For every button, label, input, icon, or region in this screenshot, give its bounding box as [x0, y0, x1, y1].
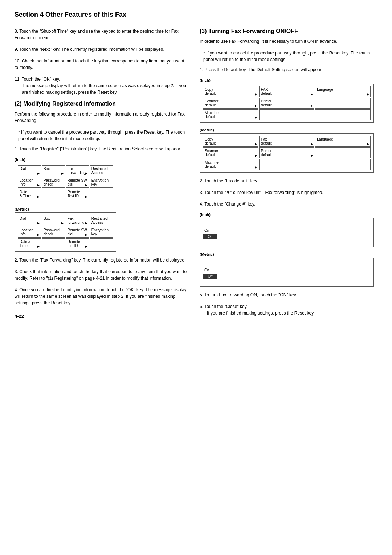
onoff-diagram-metric-label: (Metric)	[200, 252, 374, 256]
default-diagram-metric-label: (Metric)	[200, 128, 374, 132]
cell-restricted-inch[interactable]: RestrictedAccess	[90, 165, 113, 176]
section3-note: * If you want to cancel the procedure pa…	[203, 50, 374, 63]
cell-machine-metric[interactable]: Machinedefault▶	[203, 159, 258, 170]
cell-copy-inch[interactable]: Copydefault▶	[203, 86, 258, 97]
diagram-inch-grid: Dial▶ Box▶ FaxForwarding▶ RestrictedAcce…	[18, 165, 113, 199]
cell-password-metric[interactable]: Passwordcheck	[42, 227, 65, 238]
onoff-diagram-inch: (Inch) On Off	[200, 212, 374, 247]
diagram-metric-label: (Metric)	[15, 207, 189, 211]
cell-password-inch[interactable]: Passwordcheck	[42, 177, 65, 188]
cell-remote-inch[interactable]: RemoteTest ID▶	[66, 189, 89, 199]
cell-location-metric[interactable]: LocationInfo.▶	[18, 227, 41, 238]
right-step-4: 4. Touch the "Change #" key.	[200, 201, 374, 207]
left-column: 8. Touch the "Shut-off Time" key and use…	[15, 28, 189, 321]
on-button-inch[interactable]: On	[203, 228, 371, 233]
cell-location-inch[interactable]: LocationInfo.▶	[18, 177, 41, 188]
left-step-1: 1. Touch the "Register" ["Registration"]…	[15, 146, 189, 152]
cell-printer-metric[interactable]: Printerdefault▶	[259, 147, 315, 158]
diagram-inch-label: (Inch)	[15, 157, 189, 162]
cell-empty1-inch	[42, 189, 65, 199]
cell-datetime-metric[interactable]: Date &Time▶	[18, 238, 41, 249]
default-diagram-inch-grid: Copydefault▶ FAXdefault▶ Language▶ Scann…	[203, 86, 371, 120]
default-diagram-metric-box: Copydefault▶ Faxdefault▶ Language▶ Scann…	[200, 133, 374, 173]
cell-empty9	[259, 159, 315, 170]
page-number: 4-22	[15, 313, 189, 319]
page-header: Section 4 Other Features of this Fax	[15, 11, 377, 21]
default-diagram-inch-box: Copydefault▶ FAXdefault▶ Language▶ Scann…	[200, 84, 374, 123]
cell-remotetestid-metric[interactable]: Remotetest ID▶	[66, 238, 89, 249]
off-button-inch[interactable]: Off	[203, 234, 217, 239]
section3-intro: In order to use Fax Forwarding, it is ne…	[200, 38, 374, 45]
cell-empty4-metric	[90, 238, 113, 249]
cell-restricted-metric[interactable]: RestrictedAccess	[90, 215, 113, 226]
cell-scanner-metric[interactable]: Scannerdefault▶	[203, 147, 258, 158]
cell-lang-metric[interactable]: Language▶	[315, 136, 371, 147]
diagram-metric: (Metric) Dial▶ Box▶ Faxforwarding▶ Restr…	[15, 207, 189, 252]
right-column: (3) Turning Fax Forwarding ON/OFF In ord…	[200, 28, 374, 321]
right-step-3: 3. Touch the "▼" cursor key until "Fax f…	[200, 189, 374, 196]
cell-remotesw-inch[interactable]: Remote SWdial▶	[66, 177, 89, 188]
cell-encryption-inch[interactable]: Encryptionkey	[90, 177, 113, 188]
cell-machine-inch[interactable]: Machinedefault▶	[203, 109, 258, 120]
onoff-diagram-inch-box: On Off	[200, 218, 374, 247]
step-9: 9. Touch the "Next" key. The currently r…	[15, 46, 189, 53]
cell-empty10	[315, 159, 371, 170]
on-button-metric[interactable]: On	[203, 267, 371, 273]
cell-faxd-inch[interactable]: FAXdefault▶	[259, 86, 315, 97]
default-diagram-inch: (Inch) Copydefault▶ FAXdefault▶ Language…	[200, 78, 374, 123]
diagram-inch-box: Dial▶ Box▶ FaxForwarding▶ RestrictedAcce…	[15, 163, 116, 202]
cell-printer-inch[interactable]: Printerdefault▶	[259, 98, 315, 109]
section3-title: (3) Turning Fax Forwarding ON/OFF	[200, 28, 374, 35]
section2-note: * If you want to cancel the procedure pa…	[18, 129, 189, 142]
cell-empty8	[315, 147, 371, 158]
left-step-3: 3. Check that information and touch the …	[15, 268, 189, 281]
cell-date-inch[interactable]: Date& Time▶	[18, 189, 41, 199]
right-step-6: 6. Touch the "Close" key. If you are fin…	[200, 303, 374, 316]
left-step-4: 4. Once you are finished modifying infor…	[15, 287, 189, 306]
off-button-metric[interactable]: Off	[203, 274, 217, 279]
cell-lang-inch[interactable]: Language▶	[315, 86, 371, 97]
page-title: Section 4 Other Features of this Fax	[15, 11, 377, 19]
cell-box-inch[interactable]: Box▶	[42, 165, 65, 176]
step-8: 8. Touch the "Shut-off Time" key and use…	[15, 28, 189, 41]
default-diagram-inch-label: (Inch)	[200, 78, 374, 82]
cell-empty6	[259, 109, 315, 120]
onoff-diagram-inch-label: (Inch)	[200, 212, 374, 217]
onoff-diagram-metric-box: On Off	[200, 258, 374, 287]
diagram-inch: (Inch) Dial▶ Box▶ FaxForwarding▶ Restric…	[15, 157, 189, 202]
diagram-metric-grid: Dial▶ Box▶ Faxforwarding▶ RestrictedAcce…	[18, 215, 113, 249]
onoff-diagram-metric: (Metric) On Off	[200, 252, 374, 287]
cell-faxd-metric[interactable]: Faxdefault▶	[259, 136, 315, 147]
cell-box-metric[interactable]: Box▶	[42, 215, 65, 226]
right-step-2: 2. Touch the "Fax default" key.	[200, 178, 374, 184]
section2-title: (2) Modifying Registered Information	[15, 101, 189, 107]
default-diagram-metric: (Metric) Copydefault▶ Faxdefault▶ Langua…	[200, 128, 374, 173]
cell-encryption-metric[interactable]: Encryptionkey	[90, 227, 113, 238]
cell-dial-metric[interactable]: Dial▶	[18, 215, 41, 226]
cell-empty7	[315, 109, 371, 120]
cell-remotesw-metric[interactable]: Remote SWdial▶	[66, 227, 89, 238]
cell-empty5	[315, 98, 371, 109]
cell-empty3-metric	[42, 238, 65, 249]
step-10: 10. Check that information and touch the…	[15, 58, 189, 71]
cell-faxfwd-metric[interactable]: Faxforwarding▶	[66, 215, 89, 226]
cell-empty2-inch	[90, 189, 113, 199]
step-11: 11. Touch the "OK" key. The message disp…	[15, 76, 189, 96]
left-step-2: 2. Touch the "Fax Forwarding" key. The c…	[15, 257, 189, 263]
cell-faxfwd-inch[interactable]: FaxForwarding▶	[66, 165, 89, 176]
diagram-metric-box: Dial▶ Box▶ Faxforwarding▶ RestrictedAcce…	[15, 212, 116, 252]
cell-dial-inch[interactable]: Dial▶	[18, 165, 41, 176]
cell-scanner-inch[interactable]: Scannerdefault▶	[203, 98, 258, 109]
section2-intro: Perform the following procedure in order…	[15, 111, 189, 124]
right-step-5: 5. To turn Fax Forwarding ON, touch the …	[200, 292, 374, 298]
default-diagram-metric-grid: Copydefault▶ Faxdefault▶ Language▶ Scann…	[203, 136, 371, 170]
cell-copy-metric[interactable]: Copydefault▶	[203, 136, 258, 147]
right-step-1: 1. Press the Default key. The Default Se…	[200, 66, 374, 73]
